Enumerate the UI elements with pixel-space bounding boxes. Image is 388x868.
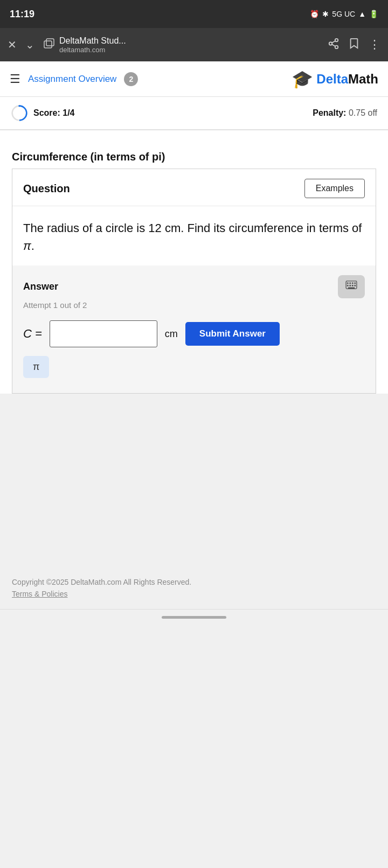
- content-area: Circumference (in terms of pi) Question …: [0, 130, 388, 394]
- chevron-down-icon[interactable]: ⌄: [25, 38, 34, 51]
- answer-input[interactable]: [50, 320, 157, 347]
- bookmark-icon[interactable]: [349, 38, 359, 52]
- deltamath-logo: 🎓 DeltaMath: [292, 69, 378, 89]
- battery-icon: 🔋: [369, 10, 378, 18]
- penalty-value: 0.75 off: [349, 108, 377, 117]
- assignment-badge: 2: [124, 72, 138, 86]
- browser-page-title: DeltaMath Stud...: [59, 36, 126, 46]
- browser-bar: ✕ ⌄ DeltaMath Stud... deltamath.com: [0, 28, 388, 61]
- copyright-text: Copyright ©2025 DeltaMath.com All Rights…: [12, 578, 376, 586]
- unit-label: cm: [165, 328, 178, 340]
- answer-header: Answer: [23, 275, 365, 298]
- svg-rect-18: [348, 288, 355, 289]
- topic-title: Circumference (in terms of pi): [12, 141, 376, 169]
- attempt-text: Attempt 1 out of 2: [23, 300, 365, 310]
- svg-rect-17: [354, 285, 356, 286]
- question-body: The radius of a circle is 12 cm. Find it…: [12, 206, 376, 265]
- svg-point-2: [335, 38, 338, 41]
- signal-icon: ▲: [358, 10, 366, 18]
- status-icons: ⏰ ✱ 5G UC ▲ 🔋: [310, 10, 378, 18]
- examples-button[interactable]: Examples: [304, 179, 365, 198]
- logo-text: DeltaMath: [316, 72, 378, 87]
- svg-rect-13: [354, 283, 356, 284]
- keyboard-toggle-button[interactable]: [338, 275, 365, 298]
- answer-row: C = cm Submit Answer: [23, 320, 365, 347]
- svg-line-5: [332, 44, 335, 46]
- answer-label: Answer: [23, 281, 58, 292]
- graduation-cap-icon: 🎓: [292, 69, 313, 89]
- svg-rect-0: [44, 41, 52, 48]
- svg-rect-11: [349, 283, 351, 284]
- penalty-section: Penalty: 0.75 off: [313, 108, 377, 118]
- score-label: Score: 1/4: [33, 108, 74, 118]
- svg-point-8: [18, 105, 20, 107]
- svg-point-3: [329, 42, 332, 45]
- logo-math: Math: [348, 72, 378, 86]
- equation-label: C =: [23, 327, 42, 341]
- svg-rect-15: [349, 285, 351, 286]
- nav-bar: ☰ Assignment Overview 2 🎓 DeltaMath: [0, 61, 388, 97]
- alarm-icon: ⏰: [310, 10, 319, 18]
- keyboard-icon: [345, 281, 357, 290]
- svg-line-6: [332, 40, 335, 43]
- tab-switcher-icon: [43, 38, 55, 52]
- question-header: Question Examples: [12, 169, 376, 206]
- svg-point-4: [335, 45, 338, 48]
- more-options-icon[interactable]: ⋮: [369, 38, 380, 52]
- penalty-label: Penalty:: [313, 108, 346, 117]
- network-label: 5G UC: [332, 10, 355, 18]
- close-icon[interactable]: ✕: [8, 38, 17, 51]
- svg-rect-16: [352, 285, 354, 286]
- pi-symbol-button[interactable]: π: [23, 356, 49, 378]
- page-footer-area: Copyright ©2025 DeltaMath.com All Rights…: [0, 394, 388, 609]
- bluetooth-icon: ✱: [322, 10, 329, 18]
- score-bar: Score: 1/4 Penalty: 0.75 off: [0, 97, 388, 130]
- browser-url-area[interactable]: DeltaMath Stud... deltamath.com: [43, 36, 319, 54]
- svg-rect-14: [347, 285, 349, 286]
- question-label: Question: [23, 183, 70, 195]
- logo-delta: Delta: [316, 72, 348, 86]
- score-circle-icon: [11, 104, 28, 122]
- answer-section: Answer Attempt 1: [12, 265, 376, 393]
- submit-answer-button[interactable]: Submit Answer: [185, 322, 280, 346]
- assignment-overview-link[interactable]: Assignment Overview: [28, 74, 116, 85]
- score-section: Score: 1/4: [11, 104, 74, 122]
- share-icon[interactable]: [328, 38, 340, 52]
- browser-url-text: deltamath.com: [59, 46, 126, 54]
- status-bar: 11:19 ⏰ ✱ 5G UC ▲ 🔋: [0, 0, 388, 28]
- bottom-navigation-bar: [0, 609, 388, 627]
- question-card: Question Examples The radius of a circle…: [12, 169, 376, 394]
- terms-policies-link[interactable]: Terms & Policies: [12, 590, 376, 598]
- bottom-handle: [162, 616, 226, 619]
- svg-rect-12: [352, 283, 354, 284]
- status-time: 11:19: [10, 9, 34, 20]
- hamburger-menu-icon[interactable]: ☰: [10, 72, 20, 86]
- browser-actions: ⋮: [328, 38, 380, 52]
- browser-title-block: DeltaMath Stud... deltamath.com: [59, 36, 126, 54]
- svg-rect-1: [46, 39, 54, 46]
- svg-rect-10: [347, 283, 349, 284]
